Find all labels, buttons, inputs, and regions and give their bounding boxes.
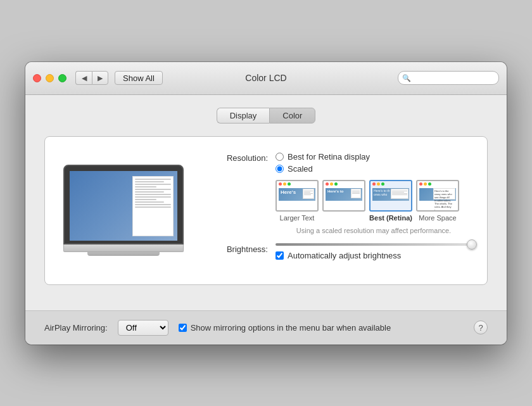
brightness-row: Brightness: Automatically adjust brightn… (206, 243, 472, 260)
doc-line (135, 206, 171, 208)
laptop-screen-outer (63, 165, 184, 244)
thumb-doc: Here's to the crazy ones who see things … (433, 188, 455, 200)
menu-bar-check-row: Show mirroring options in the menu bar w… (179, 323, 464, 333)
menu-bar-label: Show mirroring options in the menu bar w… (191, 323, 391, 333)
laptop-preview (60, 152, 187, 269)
doc-line (135, 194, 171, 195)
thumb-larger-img: Here's (276, 180, 319, 212)
brightness-controls: Automatically adjust brightness (276, 243, 472, 260)
mini-dot-green (288, 182, 291, 186)
mini-dot-red (279, 182, 282, 186)
thumb-screen: Here's to the crazy ones who see things … (419, 188, 456, 201)
thumb-larger-text[interactable]: Here's Larger Text (276, 180, 319, 222)
thumb-larger-label: Larger Text (280, 214, 315, 222)
doc-line (135, 189, 171, 190)
window-title: Color LCD (245, 73, 286, 83)
thumb-best-retina-img: Here's to th troublema ones who (369, 180, 412, 212)
thumb-best-retina-label: Best (Retina) (369, 214, 412, 222)
auto-brightness-checkbox[interactable] (276, 251, 284, 260)
mini-dot-red (419, 182, 422, 186)
mini-dot-red (326, 182, 329, 186)
doc-line (135, 179, 171, 180)
doc-line (135, 184, 171, 185)
traffic-lights (33, 74, 66, 82)
close-button[interactable] (33, 74, 41, 82)
titlebar: ◀ ▶ Show All Color LCD 🔍 ✕ (25, 62, 507, 95)
mini-dot-red (372, 182, 376, 186)
brightness-slider-row (276, 243, 472, 246)
thumb-traffic-lights (324, 181, 364, 187)
maximize-button[interactable] (58, 74, 66, 82)
auto-brightness-label: Automatically adjust brightness (288, 251, 401, 260)
thumb-traffic-lights (417, 181, 458, 187)
nav-buttons: ◀ ▶ (75, 71, 108, 85)
show-all-button[interactable]: Show All (115, 71, 163, 85)
laptop-base (63, 244, 184, 252)
mini-dot-green (428, 182, 431, 186)
brightness-slider-thumb[interactable] (467, 239, 477, 250)
resolution-thumbnails: Here's Larger Text (276, 180, 472, 222)
mini-dot-yellow (330, 182, 333, 186)
laptop-image (63, 165, 184, 256)
radio-best-retina-input[interactable] (276, 153, 284, 161)
thumb-screen: Here's to (326, 188, 362, 201)
thumb-screen: Here's (279, 188, 315, 201)
thumb-more-space-label: More Space (419, 214, 456, 222)
search-icon: 🔍 (402, 74, 411, 82)
forward-button[interactable]: ▶ (92, 71, 108, 85)
doc-line (135, 191, 164, 193)
menu-bar-checkbox[interactable] (179, 324, 187, 332)
radio-scaled-label: Scaled (288, 164, 313, 174)
laptop-screen (70, 171, 177, 241)
minimize-button[interactable] (46, 74, 54, 82)
thumb-more-space-img: Here's to the crazy ones who see things … (416, 180, 459, 212)
thumb-doc (351, 189, 361, 198)
bottom-bar: AirPlay Mirroring: Off On Show mirroring… (25, 310, 507, 345)
radio-best-retina: Best for Retina display (276, 152, 472, 162)
thumb-screen: Here's to th troublema ones who (372, 188, 409, 201)
doc-line (135, 181, 164, 182)
search-box: 🔍 ✕ (398, 71, 499, 85)
laptop-stand (87, 252, 160, 256)
doc-line (135, 199, 156, 200)
back-button[interactable]: ◀ (75, 71, 92, 85)
tabs: Display Color (44, 108, 488, 124)
mini-dot-yellow (283, 182, 286, 186)
thumb-best-retina[interactable]: Here's to th troublema ones who Best (Re… (369, 180, 412, 222)
doc-line (135, 186, 156, 187)
tab-display[interactable]: Display (217, 108, 270, 124)
resolution-row: Resolution: Best for Retina display Scal… (206, 152, 472, 234)
mini-dot-green (381, 182, 384, 186)
airplay-label: AirPlay Mirroring: (44, 323, 108, 333)
doc-line (135, 201, 164, 203)
thumb-traffic-lights (370, 181, 411, 187)
thumb-doc (391, 189, 408, 199)
radio-best-retina-label: Best for Retina display (288, 152, 370, 162)
performance-note: Using a scaled resolution may affect per… (276, 227, 472, 234)
display-panel: Resolution: Best for Retina display Scal… (44, 136, 488, 285)
thumb-more-space[interactable]: Here's to the crazy ones who see things … (416, 180, 459, 222)
mini-dot-yellow (377, 182, 380, 186)
doc-content (135, 179, 171, 208)
thumb-medium-img: Here's to (322, 180, 365, 212)
resolution-controls: Best for Retina display Scaled (276, 152, 472, 234)
resolution-label: Resolution: (206, 152, 276, 163)
mini-dot-yellow (424, 182, 427, 186)
settings-panel: Resolution: Best for Retina display Scal… (206, 152, 472, 269)
thumb-medium[interactable]: Here's to (322, 180, 365, 222)
screen-document (132, 176, 174, 236)
radio-scaled-input[interactable] (276, 165, 284, 173)
help-button[interactable]: ? (474, 320, 488, 334)
airplay-select[interactable]: Off On (118, 320, 168, 336)
brightness-label: Brightness: (206, 243, 276, 254)
brightness-slider-track[interactable] (276, 243, 472, 246)
preferences-window: ◀ ▶ Show All Color LCD 🔍 ✕ Display Color (25, 62, 507, 345)
search-input[interactable] (414, 73, 507, 82)
auto-brightness-row: Automatically adjust brightness (276, 251, 472, 260)
mini-dot-green (334, 182, 338, 186)
radio-scaled: Scaled (276, 164, 472, 174)
tab-color[interactable]: Color (269, 108, 315, 124)
doc-line (135, 204, 171, 205)
thumb-doc (303, 189, 314, 199)
doc-line (135, 196, 171, 198)
